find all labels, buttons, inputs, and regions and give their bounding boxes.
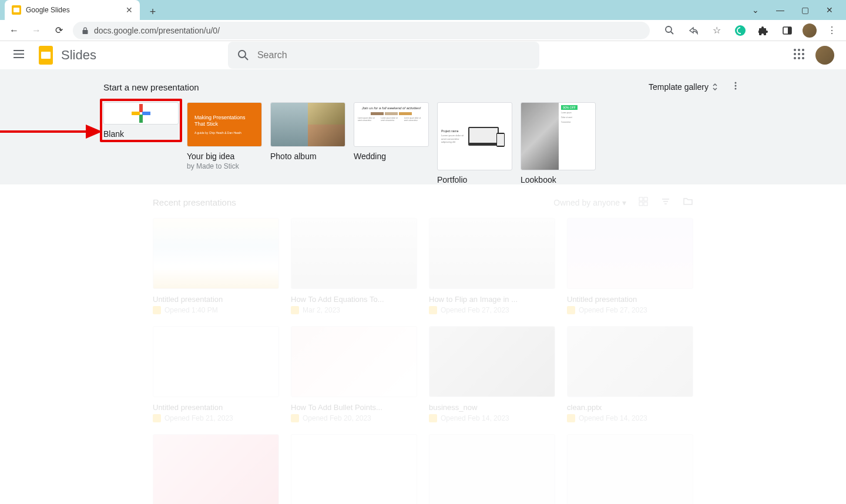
template-sublabel: by Made to Stick bbox=[187, 162, 262, 170]
slides-logo[interactable]: Slides bbox=[35, 45, 96, 66]
browser-toolbar: ← → ⟳ docs.google.com/presentation/u/0/ … bbox=[0, 20, 846, 41]
header-right bbox=[793, 46, 834, 65]
annotation-arrow bbox=[0, 120, 103, 143]
maximize-icon[interactable]: ▢ bbox=[797, 2, 813, 18]
recent-card[interactable]: How to Flip an Image in ...Opened Feb 27… bbox=[429, 218, 555, 314]
template-blank[interactable]: Blank bbox=[103, 102, 179, 139]
reload-button[interactable]: ⟳ bbox=[51, 22, 67, 39]
google-apps-icon[interactable] bbox=[793, 48, 805, 62]
recent-card[interactable]: Untitled presentationOpened Feb 7, 2023 bbox=[291, 434, 417, 504]
recent-card[interactable]: Untitled presentationOpened 1:40 PM bbox=[153, 218, 279, 314]
svg-point-13 bbox=[802, 49, 804, 51]
svg-rect-26 bbox=[142, 112, 150, 115]
template-photo-album[interactable]: Photo album bbox=[270, 102, 345, 170]
zoom-icon[interactable] bbox=[662, 22, 678, 39]
template-gallery-button[interactable]: Template gallery bbox=[645, 80, 723, 94]
svg-point-12 bbox=[798, 49, 800, 51]
slides-favicon bbox=[12, 5, 21, 15]
svg-rect-29 bbox=[639, 197, 643, 201]
recent-card[interactable]: How to Add Google Slides...Opened Feb 7,… bbox=[429, 434, 555, 504]
template-wedding[interactable]: Join us for a full weekend of activities… bbox=[354, 102, 429, 170]
svg-rect-1 bbox=[14, 8, 19, 12]
big-idea-sub: A guide by Chip Heath & Dan Heath bbox=[194, 131, 254, 135]
window-controls: ⌄ — ▢ ✕ bbox=[747, 0, 846, 20]
browser-tab[interactable]: Google Slides ✕ bbox=[5, 0, 140, 20]
template-label: Portfolio bbox=[437, 175, 512, 184]
recent-card[interactable]: business_nowOpened Feb 14, 2023 bbox=[429, 326, 555, 422]
svg-point-20 bbox=[735, 82, 737, 84]
close-window-icon[interactable]: ✕ bbox=[821, 2, 838, 18]
svg-rect-31 bbox=[639, 202, 643, 206]
svg-point-17 bbox=[794, 57, 796, 59]
dropdown-tabs-icon[interactable]: ⌄ bbox=[747, 2, 764, 18]
lock-icon bbox=[81, 26, 89, 35]
grammarly-ext-icon[interactable] bbox=[732, 22, 748, 39]
recent-card[interactable]: How To Add Bullet Points...Opened Feb 20… bbox=[291, 326, 417, 422]
owned-by-filter[interactable]: Owned by anyone ▾ bbox=[553, 198, 626, 207]
recent-card[interactable]: clean.pptxOpened Feb 14, 2023 bbox=[567, 326, 693, 422]
svg-point-2 bbox=[666, 26, 672, 32]
recent-card[interactable]: How To Customized a Po...Opened Feb 7, 2… bbox=[153, 434, 279, 504]
template-section-title: Start a new presentation bbox=[103, 82, 199, 92]
template-header: Start a new presentation Template galler… bbox=[103, 79, 743, 95]
browser-profile-avatar[interactable] bbox=[803, 23, 817, 38]
template-more-icon[interactable] bbox=[728, 79, 743, 95]
new-tab-button[interactable]: + bbox=[145, 4, 161, 20]
svg-rect-30 bbox=[644, 197, 647, 201]
svg-rect-32 bbox=[644, 202, 647, 206]
close-tab-icon[interactable]: ✕ bbox=[126, 5, 133, 15]
toolbar-right: ☆ ⋮ bbox=[656, 22, 840, 39]
minimize-icon[interactable]: — bbox=[772, 2, 788, 18]
template-photo-thumb bbox=[270, 102, 345, 147]
template-lookbook[interactable]: 90% OFFLorem ipsumDolor sit ametConsecte… bbox=[521, 102, 596, 170]
main-menu-icon[interactable] bbox=[12, 47, 26, 63]
template-label: Photo album bbox=[270, 152, 345, 161]
template-big-idea[interactable]: Making Presentations That Stick A guide … bbox=[187, 102, 262, 170]
svg-point-16 bbox=[802, 53, 804, 55]
svg-point-14 bbox=[794, 53, 796, 55]
template-wedding-thumb: Join us for a full weekend of activities… bbox=[354, 102, 429, 147]
tab-title: Google Slides bbox=[26, 6, 70, 14]
svg-point-18 bbox=[798, 57, 800, 59]
forward-button[interactable]: → bbox=[28, 22, 45, 39]
grid-view-icon[interactable] bbox=[638, 196, 649, 209]
recent-card[interactable]: How to Add Font on Goog...Opened Feb 6, … bbox=[567, 434, 693, 504]
template-label: Wedding bbox=[354, 152, 429, 161]
recent-card[interactable]: Untitled presentationOpened Feb 27, 2023 bbox=[567, 218, 693, 314]
svg-point-11 bbox=[794, 49, 796, 51]
template-label: Lookbook bbox=[521, 175, 596, 184]
template-gallery-label: Template gallery bbox=[649, 82, 709, 92]
browser-chrome: Google Slides ✕ + ⌄ — ▢ ✕ ← → ⟳ docs.goo… bbox=[0, 0, 846, 41]
url-text: docs.google.com/presentation/u/0/ bbox=[94, 26, 220, 35]
folder-icon[interactable] bbox=[683, 196, 693, 209]
account-avatar[interactable] bbox=[815, 46, 834, 65]
svg-line-3 bbox=[671, 32, 673, 34]
svg-rect-25 bbox=[139, 104, 143, 112]
tab-strip: Google Slides ✕ + ⌄ — ▢ ✕ bbox=[0, 0, 846, 20]
search-input[interactable] bbox=[257, 50, 530, 61]
recent-grid: Untitled presentationOpened 1:40 PM How … bbox=[153, 218, 693, 504]
address-bar[interactable]: docs.google.com/presentation/u/0/ bbox=[73, 22, 650, 39]
recent-card[interactable]: Untitled presentationOpened Feb 21, 2023 bbox=[153, 326, 279, 422]
share-icon[interactable] bbox=[685, 22, 701, 39]
template-label: Your big idea bbox=[187, 152, 262, 161]
template-lookbook-thumb: 90% OFFLorem ipsumDolor sit ametConsecte… bbox=[521, 102, 596, 170]
search-bar[interactable] bbox=[228, 42, 539, 69]
template-big-idea-thumb: Making Presentations That Stick A guide … bbox=[187, 102, 262, 147]
plus-icon bbox=[130, 103, 152, 124]
back-button[interactable]: ← bbox=[6, 22, 22, 39]
svg-point-9 bbox=[239, 51, 246, 58]
sort-icon[interactable] bbox=[660, 196, 671, 209]
recent-card[interactable]: How To Add Equations To...Mar 2, 2023 bbox=[291, 218, 417, 314]
svg-point-19 bbox=[802, 57, 804, 59]
highlight-box: Blank bbox=[100, 99, 182, 142]
svg-rect-8 bbox=[41, 52, 51, 59]
extensions-icon[interactable] bbox=[756, 22, 772, 39]
portfolio-title: Project name bbox=[441, 129, 465, 133]
wedding-title: Join us for a full weekend of activities… bbox=[358, 106, 425, 110]
bookmark-icon[interactable]: ☆ bbox=[709, 22, 725, 39]
template-portfolio[interactable]: Project nameLorem ipsum dolor sit amet c… bbox=[437, 102, 512, 170]
svg-point-4 bbox=[735, 25, 746, 36]
browser-menu-icon[interactable]: ⋮ bbox=[824, 22, 840, 39]
sidepanel-icon[interactable] bbox=[779, 22, 795, 39]
